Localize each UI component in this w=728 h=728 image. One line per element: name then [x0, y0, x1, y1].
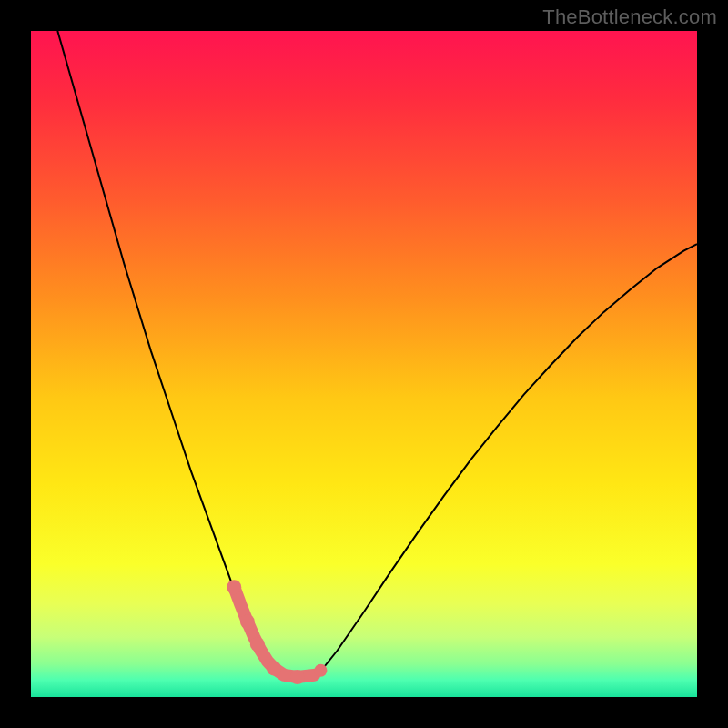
marker-dot: [314, 664, 327, 677]
chart-plot-area: [31, 31, 697, 697]
outer-frame: TheBottleneck.com: [0, 0, 728, 728]
marker-dot: [290, 670, 305, 684]
marker-dot: [267, 662, 281, 676]
chart-background: [31, 31, 697, 697]
marker-dot: [227, 580, 241, 594]
chart-svg: [31, 31, 697, 697]
marker-dot: [240, 614, 255, 629]
marker-dot: [250, 637, 265, 652]
watermark-text: TheBottleneck.com: [542, 5, 717, 29]
